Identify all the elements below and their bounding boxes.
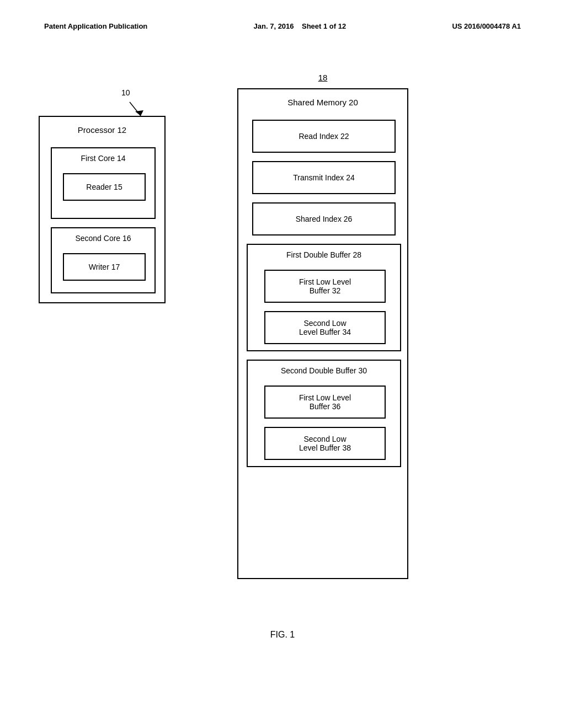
second-low-level-34-box: Second LowLevel Buffer 34 bbox=[264, 311, 386, 344]
transmit-index-box: Transmit Index 24 bbox=[252, 161, 396, 194]
first-low-level-36-label: First Low LevelBuffer 36 bbox=[299, 393, 351, 411]
second-low-level-38-label: Second LowLevel Buffer 38 bbox=[299, 435, 351, 452]
second-low-level-34-label: Second LowLevel Buffer 34 bbox=[299, 319, 351, 336]
processor-label: Processor 12 bbox=[78, 125, 126, 135]
read-index-box: Read Index 22 bbox=[252, 120, 396, 153]
read-index-label: Read Index 22 bbox=[299, 132, 349, 141]
shared-memory-box: 18 Shared Memory 20 Read Index 22 Transm… bbox=[237, 88, 408, 579]
diagram-area: 10 Processor 12 First Core 14 Reader 15 … bbox=[0, 72, 565, 673]
label-18: 18 bbox=[318, 73, 328, 82]
shared-memory-label: Shared Memory 20 bbox=[287, 98, 358, 107]
second-double-buffer-box: Second Double Buffer 30 First Low LevelB… bbox=[247, 360, 401, 467]
page-header: Patent Application Publication Jan. 7, 2… bbox=[0, 22, 565, 30]
first-low-level-36-box: First Low LevelBuffer 36 bbox=[264, 386, 386, 419]
first-core-label: First Core 14 bbox=[81, 154, 126, 163]
writer-label: Writer 17 bbox=[89, 263, 120, 271]
first-core-box: First Core 14 Reader 15 bbox=[51, 147, 156, 219]
first-low-level-32-box: First Low LevelBuffer 32 bbox=[264, 270, 386, 303]
writer-box: Writer 17 bbox=[63, 253, 146, 281]
processor-box: Processor 12 First Core 14 Reader 15 Sec… bbox=[39, 116, 166, 303]
reader-label: Reader 15 bbox=[86, 183, 122, 191]
first-low-level-32-label: First Low LevelBuffer 32 bbox=[299, 277, 351, 295]
first-double-buffer-box: First Double Buffer 28 First Low LevelBu… bbox=[247, 244, 401, 351]
shared-index-box: Shared Index 26 bbox=[252, 202, 396, 235]
transmit-index-label: Transmit Index 24 bbox=[293, 173, 355, 182]
reader-box: Reader 15 bbox=[63, 173, 146, 201]
second-double-buffer-label: Second Double Buffer 30 bbox=[281, 366, 367, 375]
label-10: 10 bbox=[121, 88, 130, 97]
header-left: Patent Application Publication bbox=[44, 22, 147, 30]
first-double-buffer-label: First Double Buffer 28 bbox=[286, 250, 361, 259]
second-core-label: Second Core 16 bbox=[75, 234, 131, 243]
header-right: US 2016/0004478 A1 bbox=[452, 22, 521, 30]
figure-label: FIG. 1 bbox=[270, 630, 295, 640]
second-low-level-38-box: Second LowLevel Buffer 38 bbox=[264, 427, 386, 460]
shared-index-label: Shared Index 26 bbox=[296, 215, 353, 223]
second-core-box: Second Core 16 Writer 17 bbox=[51, 227, 156, 293]
header-middle: Jan. 7, 2016 Sheet 1 of 12 bbox=[254, 22, 347, 30]
